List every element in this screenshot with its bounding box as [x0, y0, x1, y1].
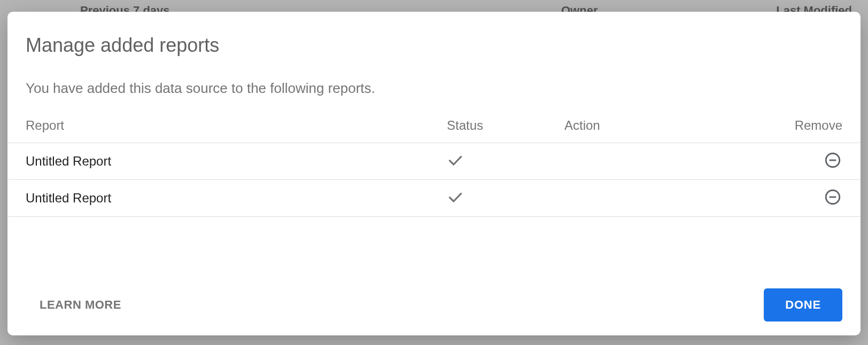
status-cell [447, 189, 564, 208]
remove-circle-icon [824, 151, 842, 171]
report-name: Untitled Report [26, 154, 447, 169]
table-row: Untitled Report [7, 143, 861, 180]
col-header-report: Report [26, 118, 447, 133]
remove-cell [735, 189, 842, 208]
remove-circle-icon [824, 188, 842, 208]
dialog-footer: Learn more Done [7, 278, 861, 335]
dialog-description: You have added this data source to the f… [26, 80, 842, 97]
done-button[interactable]: Done [764, 288, 842, 322]
remove-button[interactable] [823, 189, 842, 208]
dialog-title: Manage added reports [26, 34, 842, 57]
table-rows: Untitled Report Untitled Report [7, 143, 861, 217]
table-row: Untitled Report [7, 180, 861, 217]
learn-more-link[interactable]: Learn more [40, 298, 121, 312]
dialog-body: Manage added reports You have added this… [7, 12, 861, 278]
col-header-action: Action [564, 118, 735, 133]
status-cell [447, 152, 564, 171]
remove-cell [735, 152, 842, 171]
remove-button[interactable] [823, 152, 842, 171]
col-header-remove: Remove [735, 118, 842, 133]
col-header-status: Status [447, 118, 564, 133]
report-name: Untitled Report [26, 191, 447, 206]
check-icon [447, 189, 464, 208]
check-icon [447, 152, 464, 171]
table-header: Report Status Action Remove [26, 113, 842, 143]
manage-added-reports-dialog: Manage added reports You have added this… [7, 12, 861, 335]
